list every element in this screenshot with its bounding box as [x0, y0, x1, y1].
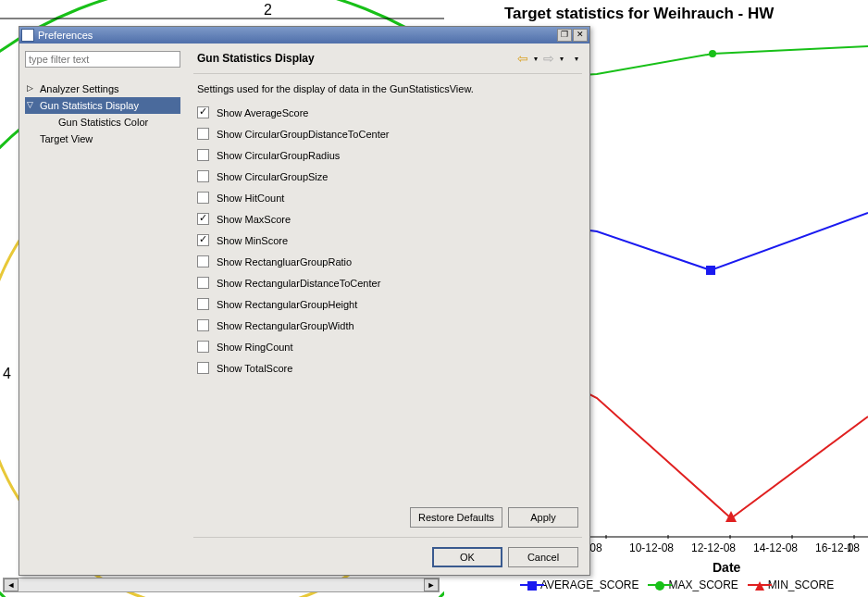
checkbox-label: Show MaxScore: [217, 214, 291, 225]
menu-dropdown-icon[interactable]: ▾: [575, 55, 578, 63]
back-arrow-icon[interactable]: ⇦: [517, 51, 528, 66]
checkbox-row: Show CircularGroupRadius: [197, 144, 578, 166]
content-description: Settings used for the display of data in…: [186, 74, 589, 100]
checkbox[interactable]: [197, 341, 209, 353]
axis-left-label: 4: [3, 366, 11, 382]
checkbox-label: Show RectangluarGroupRatio: [217, 256, 352, 267]
checkbox[interactable]: [197, 170, 209, 182]
tree-label: Gun Statistics Color: [58, 117, 148, 128]
checkbox-row: Show CircularGroupSize: [197, 166, 578, 187]
expand-arrow-icon[interactable]: ▷: [27, 83, 33, 93]
tree-item-target-view[interactable]: Target View: [25, 131, 180, 147]
checkbox-row: Show MaxScore: [197, 208, 578, 230]
chart-title: Target statistics for Weihrauch - HW: [504, 5, 774, 23]
cancel-button[interactable]: Cancel: [508, 547, 578, 567]
checkbox-row: Show RectangularGroupHeight: [197, 293, 578, 315]
app-icon: [21, 29, 34, 42]
back-dropdown-icon[interactable]: ▾: [534, 55, 538, 63]
checkbox-row: Show RectangularDistanceToCenter: [197, 272, 578, 293]
checkbox-row: Show RectangluarGroupRatio: [197, 251, 578, 272]
checkbox-row: Show HitCount: [197, 187, 578, 208]
x-tick-label: 1: [847, 541, 853, 554]
checkbox[interactable]: [197, 277, 209, 289]
x-tick-label: 12-12-08: [691, 541, 736, 554]
forward-dropdown-icon[interactable]: ▾: [560, 55, 564, 63]
checkbox-row: Show TotalScore: [197, 357, 578, 379]
checkbox-label: Show MinScore: [217, 235, 288, 246]
checkbox-row: Show MinScore: [197, 230, 578, 251]
content-title: Gun Statistics Display: [197, 52, 517, 65]
legend-label: MAX_SCORE: [668, 578, 738, 591]
dialog-titlebar[interactable]: Preferences ❐ ✕: [19, 27, 589, 44]
checkbox-label: Show CircularGroupRadius: [217, 150, 340, 161]
svg-point-6: [709, 50, 716, 57]
checkbox-label: Show CircularGroupSize: [217, 171, 328, 182]
preferences-tree-panel: ▷ Analyzer Settings ▽ Gun Statistics Dis…: [19, 44, 186, 575]
axis-top-label: 2: [264, 2, 272, 19]
tree-label: Gun Statistics Display: [40, 100, 139, 111]
checkbox[interactable]: [197, 234, 209, 246]
close-icon[interactable]: ✕: [573, 29, 588, 42]
tree-label: Target View: [40, 133, 93, 144]
tree-item-gun-statistics-display[interactable]: ▽ Gun Statistics Display: [25, 97, 180, 114]
legend-item-average: AVERAGE_SCORE: [527, 578, 639, 591]
forward-arrow-icon[interactable]: ⇨: [543, 51, 554, 66]
scroll-left-arrow[interactable]: ◄: [4, 578, 19, 591]
checkbox[interactable]: [197, 298, 209, 310]
checkbox-label: Show RectangularGroupHeight: [217, 299, 357, 310]
tree-label: Analyzer Settings: [40, 83, 119, 94]
checkbox[interactable]: [197, 192, 209, 204]
scroll-right-arrow[interactable]: ►: [424, 578, 439, 591]
checkbox[interactable]: [197, 319, 209, 331]
checkbox-list: Show AverageScoreShow CircularGroupDista…: [186, 100, 589, 380]
x-tick-label: 10-12-08: [629, 541, 674, 554]
horizontal-scrollbar[interactable]: ◄ ►: [3, 578, 440, 592]
chart-legend: AVERAGE_SCORE MAX_SCORE MIN_SCORE: [527, 578, 834, 591]
checkbox-label: Show TotalScore: [217, 363, 292, 374]
x-axis-label: Date: [713, 560, 740, 575]
ok-button[interactable]: OK: [432, 547, 502, 567]
checkbox-label: Show HitCount: [217, 193, 284, 204]
restore-window-icon[interactable]: ❐: [557, 29, 572, 42]
legend-label: MIN_SCORE: [768, 578, 834, 591]
filter-input[interactable]: [25, 51, 180, 68]
checkbox-row: Show RectangularGroupWidth: [197, 315, 578, 336]
collapse-arrow-icon[interactable]: ▽: [27, 100, 33, 109]
tree-item-gun-statistics-color[interactable]: Gun Statistics Color: [25, 114, 180, 131]
apply-button[interactable]: Apply: [508, 507, 578, 528]
checkbox-label: Show RingCount: [217, 342, 293, 353]
checkbox[interactable]: [197, 149, 209, 161]
legend-item-min: MIN_SCORE: [755, 578, 834, 591]
dialog-title: Preferences: [38, 30, 557, 41]
preferences-content-panel: Gun Statistics Display ⇦▾ ⇨▾ ▾ Settings …: [186, 44, 589, 575]
restore-defaults-button[interactable]: Restore Defaults: [410, 507, 502, 528]
scroll-track[interactable]: [19, 578, 424, 591]
tree-item-analyzer-settings[interactable]: ▷ Analyzer Settings: [25, 81, 180, 97]
checkbox-label: Show RectangularDistanceToCenter: [217, 278, 380, 289]
legend-item-max: MAX_SCORE: [655, 578, 738, 591]
svg-rect-7: [706, 266, 715, 275]
checkbox-row: Show RingCount: [197, 336, 578, 357]
preferences-dialog: Preferences ❐ ✕ ▷ Analyzer Settings ▽ Gu…: [19, 26, 590, 576]
x-tick-label: 14-12-08: [753, 541, 798, 554]
legend-label: AVERAGE_SCORE: [540, 578, 639, 591]
checkbox-label: Show RectangularGroupWidth: [217, 320, 354, 331]
checkbox[interactable]: [197, 362, 209, 374]
checkbox-row: Show CircularGroupDistanceToCenter: [197, 123, 578, 144]
checkbox[interactable]: [197, 213, 209, 225]
checkbox[interactable]: [197, 128, 209, 140]
checkbox[interactable]: [197, 106, 209, 118]
checkbox-label: Show AverageScore: [217, 107, 308, 118]
checkbox-label: Show CircularGroupDistanceToCenter: [217, 129, 389, 140]
checkbox-row: Show AverageScore: [197, 102, 578, 123]
checkbox[interactable]: [197, 255, 209, 267]
